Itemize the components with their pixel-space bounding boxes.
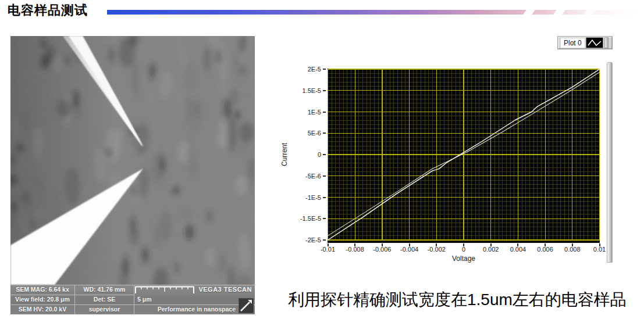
y-tick-dash — [323, 197, 326, 198]
x-tick-dash — [382, 243, 383, 246]
x-tick-dash — [490, 243, 492, 246]
x-tick-dash — [436, 243, 437, 246]
sem-user-value: supervisor — [75, 304, 134, 314]
y-tick-dash — [323, 69, 326, 70]
tescan-logo-icon — [239, 298, 254, 313]
x-tick-dash — [328, 243, 329, 246]
legend-scroll-tab[interactable] — [604, 37, 609, 48]
sem-micrograph-image — [10, 36, 255, 285]
sem-viewfield-value: View field: 20.8 μm — [10, 295, 74, 304]
sem-wd-value: WD: 41.76 mm — [75, 285, 134, 295]
y-tick-label: 2E-5 — [291, 66, 321, 73]
bar-divider — [134, 285, 134, 314]
x-tick-dash — [599, 243, 600, 246]
y-tick-dash — [323, 154, 326, 155]
sem-hv-value: SEM HV: 20.0 kV — [10, 304, 74, 314]
plot-legend[interactable]: Plot 0 — [557, 36, 613, 49]
y-tick-dash — [323, 175, 326, 177]
y-tick-label: 1E-5 — [291, 109, 321, 116]
legend-line-style-icon[interactable] — [586, 37, 603, 48]
y-tick-label: 1.5E-5 — [291, 87, 321, 94]
y-tick-dash — [323, 132, 326, 134]
x-axis-title: Voltage — [452, 255, 475, 263]
x-tick-dash — [572, 243, 573, 246]
legend-label[interactable]: Plot 0 — [561, 38, 585, 48]
sem-brand-label: VEGA3 TESCAN — [198, 285, 252, 295]
graph-scrollbar[interactable] — [607, 62, 613, 263]
sem-mag-value: SEM MAG: 6.64 kx — [10, 285, 74, 295]
x-tick-label: 0.01 — [584, 246, 615, 253]
header-accent-bar — [107, 10, 635, 15]
sem-detector-value: Det: SE — [75, 295, 134, 304]
y-tick-label: 0 — [291, 151, 321, 158]
x-tick-dash — [463, 243, 464, 246]
x-tick-dash — [354, 243, 355, 246]
scale-bar-ruler-icon — [135, 286, 194, 294]
y-tick-label: -2E-5 — [291, 237, 321, 243]
caption-text: 利用探针精确测试宽度在1.5um左右的电容样品 — [288, 289, 627, 311]
accent-stripe — [522, 9, 536, 16]
y-axis-title: Current — [280, 143, 289, 166]
y-tick-label: 5E-6 — [291, 130, 321, 137]
y-tick-dash — [323, 90, 326, 91]
accent-bar-fade — [542, 10, 635, 15]
x-tick-dash — [517, 243, 518, 246]
x-tick-dash — [545, 243, 546, 246]
sem-scale-label: 5 μm — [137, 295, 152, 304]
page-title: 电容样品测试 — [8, 2, 88, 19]
y-tick-dash — [323, 112, 326, 113]
slide: 电容样品测试 — [0, 0, 644, 326]
sem-figure: SEM MAG: 6.64 kx WD: 41.76 mm View field… — [10, 36, 255, 314]
sem-tagline-label: Performance in nanospace — [158, 304, 236, 314]
y-tick-label: -1E-5 — [291, 194, 321, 201]
x-tick-dash — [409, 243, 410, 246]
y-tick-dash — [323, 239, 326, 241]
y-tick-label: -1.5E-5 — [291, 215, 321, 222]
plot-area — [328, 69, 600, 243]
y-tick-dash — [323, 218, 326, 219]
y-tick-label: -5E-6 — [291, 173, 321, 180]
sem-info-bar: SEM MAG: 6.64 kx WD: 41.76 mm View field… — [10, 285, 255, 314]
